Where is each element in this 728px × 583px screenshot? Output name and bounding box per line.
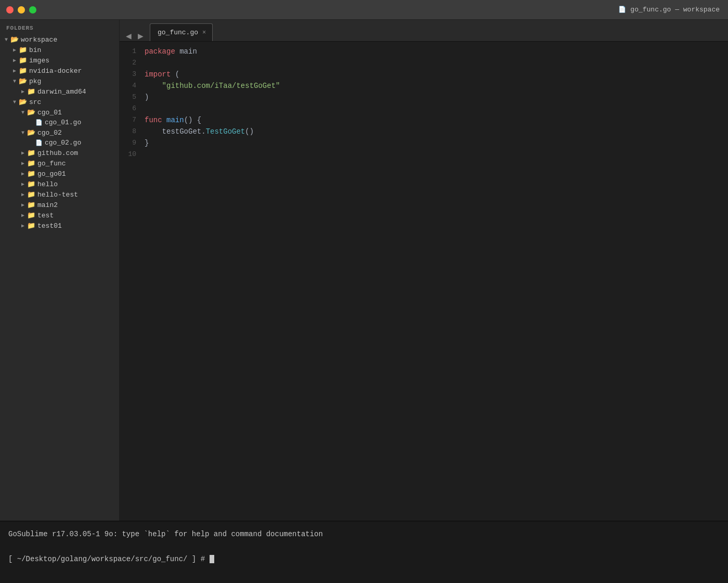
tree-label: darwin_amd64 <box>37 88 86 96</box>
code-text: ) <box>145 92 149 103</box>
tree-arrow <box>19 212 27 218</box>
tree-item-imges[interactable]: 📁imges <box>0 55 119 66</box>
tree-item-bin[interactable]: 📁bin <box>0 45 119 55</box>
tab-close-button[interactable]: × <box>202 29 206 36</box>
code-line: 5) <box>120 92 728 103</box>
tree-label: cgo_02.go <box>45 139 81 147</box>
folder-icon: 📁 <box>27 149 35 157</box>
code-line: 1package main <box>120 46 728 57</box>
line-number: 10 <box>120 149 145 160</box>
tree-item-cgo_01.go[interactable]: 📄cgo_01.go <box>0 118 119 127</box>
code-text <box>145 103 149 114</box>
window-controls <box>6 6 36 14</box>
code-text <box>145 57 149 69</box>
tree-arrow <box>10 79 19 84</box>
tree-arrow <box>19 130 27 136</box>
tab-bar: ◀ ▶ go_func.go × <box>120 20 728 42</box>
tree-arrow <box>10 99 19 105</box>
tree-label: cgo_01 <box>37 109 62 116</box>
minimize-button[interactable] <box>18 6 25 14</box>
folder-icon: 📁 <box>19 67 27 75</box>
tree-label: test01 <box>37 222 62 230</box>
token: ( <box>171 70 179 79</box>
token <box>162 116 166 124</box>
folder-icon: 📂 <box>27 108 35 116</box>
tree-item-test01[interactable]: 📁test01 <box>0 221 119 231</box>
code-line: 2 <box>120 57 728 69</box>
code-line: 6 <box>120 103 728 114</box>
code-text: testGoGet.TestGoGet() <box>145 126 254 137</box>
file-tree: 📂workspace📁bin📁imges📁nvidia-docker📂pkg📁d… <box>0 34 119 231</box>
titlebar-text: go_func.go — workspace <box>630 6 720 14</box>
tree-arrow <box>19 191 27 198</box>
code-text: func main() { <box>145 114 201 126</box>
editor-area: ◀ ▶ go_func.go × 1package main2 3import … <box>120 20 728 521</box>
folder-icon: 📁 <box>27 222 35 230</box>
token: () { <box>184 116 202 124</box>
tree-item-test[interactable]: 📁test <box>0 210 119 221</box>
code-line: 9} <box>120 137 728 149</box>
token: import <box>145 70 171 79</box>
tree-label: imges <box>29 57 49 64</box>
tree-label: cgo_01.go <box>45 119 81 126</box>
nav-back-button[interactable]: ◀ <box>124 31 134 41</box>
tree-item-github.com[interactable]: 📁github.com <box>0 148 119 158</box>
tree-label: src <box>29 98 41 106</box>
file-icon: 📄 <box>35 139 43 146</box>
file-icon: 📄 <box>35 119 43 126</box>
tree-label: pkg <box>29 77 41 85</box>
tree-arrow <box>19 110 27 115</box>
tree-item-cgo_01[interactable]: 📂cgo_01 <box>0 107 119 118</box>
tree-item-hello[interactable]: 📁hello <box>0 179 119 189</box>
folder-icon: 📁 <box>19 56 27 64</box>
tree-item-go_go01[interactable]: 📁go_go01 <box>0 169 119 179</box>
code-line: 4 "github.com/iTaa/testGoGet" <box>120 80 728 92</box>
terminal-line: [ ~/Desktop/golang/workspace/src/go_func… <box>8 553 720 565</box>
sidebar: FOLDERS 📂workspace📁bin📁imges📁nvidia-dock… <box>0 20 120 521</box>
tree-item-nvidia-docker[interactable]: 📁nvidia-docker <box>0 66 119 76</box>
editor-tab[interactable]: go_func.go × <box>150 23 213 41</box>
tree-arrow <box>10 47 19 53</box>
tree-item-pkg[interactable]: 📂pkg <box>0 76 119 86</box>
code-line: 3import ( <box>120 69 728 80</box>
terminal-line: GoSublime r17.03.05-1 9o: type `help` fo… <box>8 528 720 540</box>
token: ) <box>145 93 149 101</box>
tree-arrow <box>19 223 27 229</box>
terminal-line <box>8 540 720 553</box>
nav-forward-button[interactable]: ▶ <box>136 31 146 41</box>
tree-item-workspace[interactable]: 📂workspace <box>0 34 119 45</box>
maximize-button[interactable] <box>29 6 36 14</box>
token: main <box>166 116 184 124</box>
tree-arrow <box>19 150 27 156</box>
tree-label: bin <box>29 46 41 54</box>
tree-label: cgo_02 <box>37 129 62 137</box>
tree-item-go_func[interactable]: 📁go_func <box>0 158 119 169</box>
token: func <box>145 116 162 124</box>
line-number: 6 <box>120 103 145 114</box>
tree-arrow <box>19 160 27 166</box>
tree-label: nvidia-docker <box>29 67 82 75</box>
terminal[interactable]: GoSublime r17.03.05-1 9o: type `help` fo… <box>0 521 728 583</box>
tree-item-src[interactable]: 📂src <box>0 97 119 107</box>
code-text <box>145 149 149 160</box>
code-text: import ( <box>145 69 179 80</box>
code-line: 7func main() { <box>120 114 728 126</box>
tree-item-cgo_02[interactable]: 📂cgo_02 <box>0 127 119 138</box>
tree-item-hello-test[interactable]: 📁hello-test <box>0 189 119 200</box>
tree-label: github.com <box>37 149 78 157</box>
code-text: "github.com/iTaa/testGoGet" <box>145 80 280 92</box>
folder-icon: 📁 <box>27 87 35 96</box>
tree-item-cgo_02.go[interactable]: 📄cgo_02.go <box>0 138 119 148</box>
close-button[interactable] <box>6 6 14 14</box>
tree-label: hello-test <box>37 191 78 199</box>
tree-arrow <box>2 37 10 43</box>
folder-icon: 📁 <box>27 211 35 219</box>
tree-label: workspace <box>21 36 57 44</box>
tree-item-darwin_amd64[interactable]: 📁darwin_amd64 <box>0 86 119 97</box>
token: } <box>145 139 149 147</box>
editor-content[interactable]: 1package main2 3import (4 "github.com/iT… <box>120 42 728 521</box>
titlebar-title: 📄 go_func.go — workspace <box>618 6 720 14</box>
sidebar-header: FOLDERS <box>0 20 119 34</box>
tree-item-main2[interactable]: 📁main2 <box>0 200 119 210</box>
folder-icon: 📂 <box>27 128 35 137</box>
